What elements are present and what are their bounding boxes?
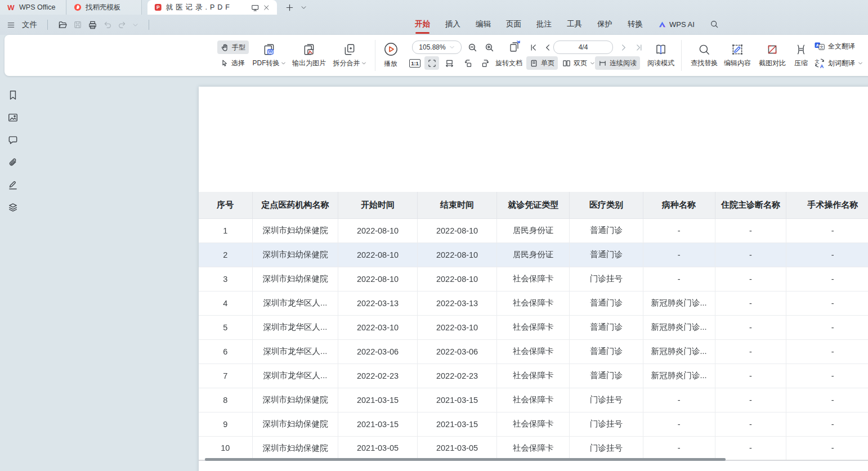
table-cell: 新冠肺炎门诊...: [643, 291, 715, 315]
attachment-icon[interactable]: [7, 157, 19, 168]
wps-ai-button[interactable]: WPS AI: [658, 20, 695, 29]
menu-item-convert[interactable]: 转换: [628, 19, 643, 29]
full-translate-label: 全文翻译: [828, 42, 855, 51]
tab-document[interactable]: P 就医记录.PDF: [147, 0, 277, 15]
rotate-document-icon: [508, 40, 521, 53]
table-cell: 居民身份证: [497, 243, 570, 267]
table-cell: 2022-08-10: [417, 267, 497, 291]
export-image-button[interactable]: 输出为图片: [289, 38, 329, 72]
table-cell: 新冠肺炎门诊...: [643, 339, 715, 364]
edit-content-button[interactable]: 编辑内容: [718, 38, 757, 72]
chevron-down-icon: [858, 61, 863, 66]
rotate-document-label-button[interactable]: 旋转文档: [492, 56, 526, 70]
single-page-button[interactable]: 单页: [526, 56, 558, 70]
rotate-left-button[interactable]: [460, 56, 475, 70]
pdf-convert-button[interactable]: W PDF转换: [249, 38, 289, 72]
tab-docer-templates[interactable]: 找稻壳模板: [67, 0, 142, 15]
close-icon[interactable]: [263, 4, 270, 11]
next-page-button[interactable]: [616, 41, 630, 54]
table-cell: 普通门诊: [570, 243, 643, 267]
table-cell: 普通门诊: [570, 364, 643, 388]
save-icon[interactable]: [73, 20, 82, 29]
comment-icon[interactable]: [7, 134, 19, 146]
rotate-left-icon: [463, 59, 473, 68]
tab-list-button[interactable]: [297, 0, 310, 15]
last-page-icon: [635, 43, 643, 52]
pdf-page: 序号定点医药机构名称开始时间结束时间就诊凭证类型医疗类别病种名称住院主诊断名称手…: [199, 87, 868, 471]
word-translate-button[interactable]: 文A 划词翻译: [811, 56, 866, 70]
undo-icon[interactable]: [103, 20, 112, 29]
single-page-icon: [530, 59, 538, 68]
cursor-icon: [221, 59, 229, 67]
chevron-down-icon: [301, 5, 307, 11]
table-cell: -: [643, 267, 715, 291]
file-menu-button[interactable]: 文件: [22, 20, 37, 30]
table-cell: 2022-08-10: [338, 243, 418, 267]
fit-width-icon: [427, 59, 437, 68]
table-cell: 5: [199, 315, 252, 339]
fit-width-button[interactable]: [424, 56, 439, 70]
first-page-button[interactable]: [526, 41, 540, 54]
menu-item-comment[interactable]: 批注: [536, 19, 552, 29]
hand-tool-button[interactable]: 手型: [217, 41, 249, 54]
page-indicator-input[interactable]: 4/4: [553, 41, 613, 54]
column-header: 开始时间: [338, 192, 418, 218]
table-cell: -: [786, 291, 868, 315]
next-page-icon: [619, 43, 628, 52]
full-translate-button[interactable]: A文 全文翻译: [811, 39, 858, 53]
menu-item-protect[interactable]: 保护: [597, 19, 612, 29]
screenshot-compare-label: 截图对比: [759, 59, 786, 68]
rotate-right-button[interactable]: [478, 56, 493, 70]
split-merge-button[interactable]: 拆分合并: [330, 38, 369, 72]
open-folder-icon[interactable]: [58, 20, 68, 30]
split-merge-label: 拆分合并: [333, 59, 360, 68]
redo-icon[interactable]: [118, 20, 127, 29]
horizontal-scrollbar[interactable]: [205, 458, 726, 461]
double-page-button[interactable]: 双页: [559, 56, 598, 70]
svg-text:W: W: [7, 3, 15, 12]
table-cell: 门诊挂号: [570, 412, 643, 436]
zoom-level-select[interactable]: 105.88%: [412, 41, 462, 54]
table-cell: 2022-03-06: [338, 339, 418, 364]
continuous-reading-button[interactable]: 连续阅读: [595, 56, 640, 70]
bookmark-icon[interactable]: [7, 89, 19, 101]
fit-page-button[interactable]: [442, 56, 457, 70]
table-cell: 深圳市龙华区人...: [252, 291, 338, 315]
visits-table-container: 序号定点医药机构名称开始时间结束时间就诊凭证类型医疗类别病种名称住院主诊断名称手…: [199, 192, 868, 461]
tab-wps-office[interactable]: W WPS Office: [0, 0, 66, 15]
chevron-down-icon[interactable]: [132, 22, 138, 28]
layers-icon[interactable]: [7, 202, 19, 213]
hamburger-menu-icon[interactable]: [7, 21, 15, 29]
table-cell: -: [715, 412, 786, 436]
print-icon[interactable]: [88, 20, 97, 30]
table-cell: -: [715, 218, 786, 243]
table-cell: -: [643, 436, 715, 460]
table-cell: 新冠肺炎门诊...: [643, 315, 715, 339]
column-header: 住院主诊断名称: [715, 192, 786, 218]
menu-item-edit[interactable]: 编辑: [476, 19, 491, 29]
menu-item-page[interactable]: 页面: [506, 19, 521, 29]
export-image-label: 输出为图片: [292, 59, 326, 68]
svg-text:文: 文: [820, 45, 824, 49]
menu-item-insert[interactable]: 插入: [445, 19, 460, 29]
menu-item-home[interactable]: 开始: [415, 19, 430, 29]
menu-item-tools[interactable]: 工具: [567, 19, 582, 29]
column-header: 定点医药机构名称: [252, 192, 338, 218]
search-icon[interactable]: [710, 20, 719, 29]
zoom-out-button[interactable]: [465, 41, 480, 54]
table-cell: 2022-02-23: [417, 364, 497, 388]
thumbnail-icon[interactable]: [7, 112, 19, 123]
actual-size-button[interactable]: 1:1: [408, 56, 422, 70]
pdf-file-icon: P: [154, 3, 162, 11]
read-mode-button[interactable]: 阅读模式: [643, 38, 679, 72]
table-row: 1深圳市妇幼保健院2022-08-102022-08-10居民身份证普通门诊--…: [199, 218, 868, 243]
signature-icon[interactable]: [7, 180, 19, 191]
table-cell: 门诊挂号: [570, 267, 643, 291]
new-tab-button[interactable]: [283, 0, 296, 15]
monitor-icon[interactable]: [251, 3, 259, 12]
table-cell: 2021-03-05: [417, 436, 497, 460]
play-button[interactable]: 播放: [371, 38, 410, 72]
select-tool-button[interactable]: 选择: [217, 56, 249, 70]
table-cell: -: [715, 339, 786, 364]
zoom-in-button[interactable]: [482, 41, 496, 54]
